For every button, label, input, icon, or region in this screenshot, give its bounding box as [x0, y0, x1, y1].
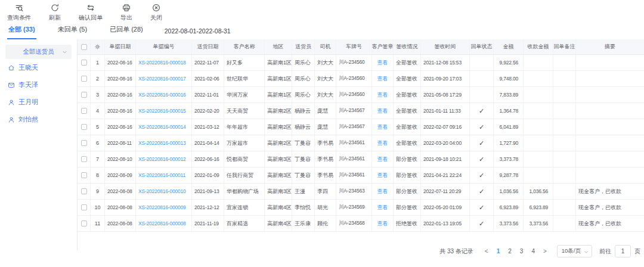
view-signature-link[interactable]: 查看	[372, 119, 394, 135]
doc-no-link[interactable]: XS-20220816-000011	[136, 167, 192, 183]
doc-no-link[interactable]: XS-20220816-000018	[136, 55, 192, 70]
goto-page-input[interactable]	[615, 245, 631, 257]
view-signature-link[interactable]: 查看	[372, 200, 394, 215]
doc-no-link[interactable]: XS-20220816-000012	[136, 151, 192, 167]
date-range-label: 2022-08-01-2022-08-31	[165, 27, 231, 39]
received-amount-cell	[524, 103, 553, 119]
amount-cell: 3,373.78	[494, 151, 524, 167]
delivery-date-cell: 2022-01-09	[192, 167, 224, 183]
region-cell: 高新南2区	[265, 135, 292, 151]
view-signature-link[interactable]: 查看	[372, 71, 394, 86]
doc-no-link[interactable]: XS-20220816-000017	[136, 71, 192, 86]
table-header: 单据日期 单据编号 送货日期 客户名称 地区 送货员 司机 车牌号 客户签章 签…	[78, 39, 644, 55]
driver-cell: 胡光	[315, 200, 336, 215]
page-button-3[interactable]: 3	[516, 248, 528, 254]
tab-all[interactable]: 全部 (33)	[7, 25, 36, 39]
close-button[interactable]: 关闭	[150, 4, 162, 22]
deliverer-cell: 周乐心	[292, 87, 315, 103]
doc-no-link[interactable]: XS-20220816-000013	[136, 135, 192, 151]
customer-cell: 华润万家	[224, 87, 265, 103]
deliverer-name: 王月明	[18, 98, 38, 107]
driver-cell: 庞慧	[315, 103, 336, 119]
query-conditions-button[interactable]: 查询条件	[7, 4, 31, 22]
row-checkbox[interactable]	[78, 184, 91, 199]
row-index: 1	[91, 55, 105, 70]
region-cell: 高新南1区	[265, 55, 292, 70]
row-checkbox[interactable]	[78, 167, 91, 183]
customer-cell: 悦都商贸	[224, 151, 265, 167]
row-checkbox[interactable]	[78, 216, 91, 231]
row-checkbox[interactable]	[78, 135, 91, 151]
refresh-button[interactable]: 刷新	[49, 4, 61, 22]
row-checkbox[interactable]	[78, 200, 91, 215]
page-button-1[interactable]: 1	[493, 248, 504, 254]
header-receipt-status: 签收情况	[394, 39, 421, 54]
view-signature-link[interactable]: 查看	[372, 135, 394, 151]
doc-no-link[interactable]: XS-20220816-000014	[136, 119, 192, 135]
table-row: 112022-08-08XS-20220816-0000082021-11-19…	[78, 216, 644, 232]
deliverer-filter-dropdown[interactable]: 全部送货员	[5, 45, 72, 59]
delivery-date-cell: 2021-09-13	[192, 184, 224, 199]
doc-no-link[interactable]: XS-20220816-000009	[136, 200, 192, 215]
page-size-select[interactable]: 10条/页	[557, 245, 592, 257]
sidebar-item-deliverer-4[interactable]: 刘怡然	[0, 111, 77, 128]
view-signature-link[interactable]: 查看	[372, 216, 394, 231]
amount-cell: 1,727.90	[494, 135, 524, 151]
view-signature-link[interactable]: 查看	[372, 151, 394, 167]
pagination: 共 33 条记录 < 1 2 3 4 > 10条/页 前往 页	[439, 245, 640, 257]
view-signature-link[interactable]: 查看	[372, 184, 394, 199]
plate-cell: 川A-234561	[336, 135, 372, 151]
return-remark-cell	[553, 87, 576, 103]
receipt-status-cell: 全部签收	[394, 55, 421, 70]
select-all-checkbox[interactable]	[78, 39, 91, 54]
summary-cell	[576, 103, 644, 119]
export-button[interactable]: 导出	[120, 4, 132, 22]
receipt-status-cell: 部分签收	[394, 151, 421, 167]
tab-not-returned[interactable]: 未回单 (5)	[57, 25, 89, 39]
row-checkbox[interactable]	[78, 55, 91, 70]
printer-icon	[122, 4, 131, 12]
doc-no-link[interactable]: XS-20220816-000015	[136, 103, 192, 119]
page-button-2[interactable]: 2	[504, 248, 516, 254]
next-page-button[interactable]: >	[539, 248, 551, 254]
prev-page-button[interactable]: <	[481, 248, 493, 254]
header-return-remark: 回单备注	[553, 39, 576, 54]
row-checkbox[interactable]	[78, 87, 91, 103]
sidebar-item-deliverer-2[interactable]: 李天泽	[0, 76, 77, 94]
doc-no-link[interactable]: XS-20220816-000016	[136, 87, 192, 103]
row-checkbox[interactable]	[78, 151, 91, 167]
tab-returned[interactable]: 已回单 (28)	[109, 25, 144, 39]
receipt-table: 单据日期 单据编号 送货日期 客户名称 地区 送货员 司机 车牌号 客户签章 签…	[78, 39, 644, 250]
sidebar-item-deliverer-3[interactable]: 王月明	[0, 94, 77, 111]
deliverer-name: 刘怡然	[18, 115, 38, 124]
sidebar-item-deliverer-1[interactable]: 王晓天	[0, 59, 77, 76]
return-status-cell	[470, 71, 494, 86]
view-signature-link[interactable]: 查看	[372, 87, 394, 103]
receipt-time-cell: 2022-02-07 09:16	[421, 119, 470, 135]
received-amount-cell: 1,036.56	[524, 184, 553, 199]
plate-cell: 川A-234560	[336, 71, 372, 86]
doc-no-link[interactable]: XS-20220816-000008	[136, 216, 192, 231]
row-checkbox[interactable]	[78, 103, 91, 119]
page-button-4[interactable]: 4	[527, 248, 539, 254]
receipt-status-cell: 全部签收	[394, 71, 421, 86]
column-settings-button[interactable]	[91, 39, 105, 54]
view-signature-link[interactable]: 查看	[372, 103, 394, 119]
return-status-cell: ✓	[470, 135, 494, 151]
received-amount-cell	[524, 135, 553, 151]
doc-date-cell: 2022-08-08	[105, 184, 136, 199]
receipt-time-cell: 2021-09-20 17:03	[421, 71, 470, 86]
doc-date-cell: 2022-08-16	[105, 119, 136, 135]
plate-cell: 川A-234560	[336, 55, 372, 70]
header-doc-date: 单据日期	[105, 39, 136, 54]
view-signature-link[interactable]: 查看	[372, 167, 394, 183]
row-index: 4	[91, 103, 105, 119]
doc-no-link[interactable]: XS-20220816-000010	[136, 184, 192, 199]
view-signature-link[interactable]: 查看	[372, 55, 394, 70]
row-checkbox[interactable]	[78, 71, 91, 86]
doc-date-cell: 2022-08-16	[105, 87, 136, 103]
row-checkbox[interactable]	[78, 119, 91, 135]
deliverer-cell: 杨静云	[292, 103, 315, 119]
check-icon: ✓	[479, 172, 484, 179]
confirm-receipt-button[interactable]: 确认回单	[79, 4, 103, 22]
